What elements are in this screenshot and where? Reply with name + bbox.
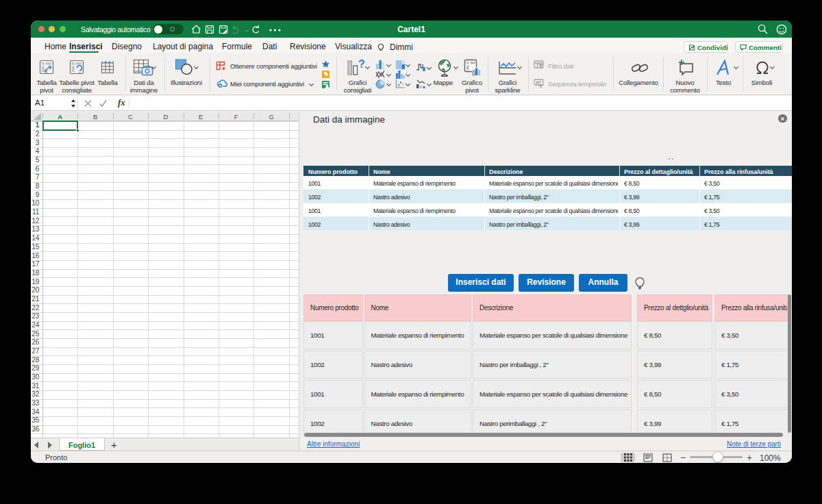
svg-text:?: ?	[358, 58, 365, 70]
